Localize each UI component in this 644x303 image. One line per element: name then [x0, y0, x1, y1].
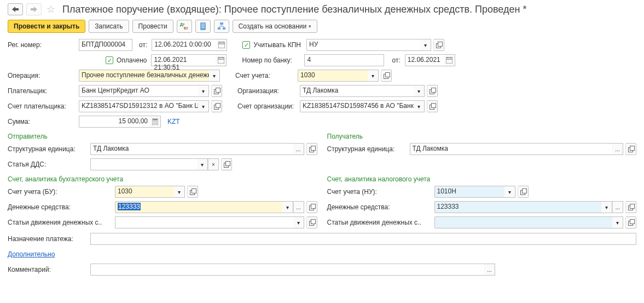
calendar-icon	[218, 42, 225, 48]
open-icon	[214, 104, 219, 109]
comment-field[interactable]	[90, 264, 484, 276]
kpn-dropdown[interactable]: ▾	[420, 39, 431, 51]
calendar-icon	[446, 57, 452, 64]
additional-link[interactable]: Дополнительно	[8, 250, 55, 258]
account-open[interactable]	[381, 70, 392, 82]
calendar-button-3[interactable]	[444, 54, 455, 66]
cash-nu-open[interactable]	[625, 201, 636, 213]
back-button[interactable]	[8, 3, 23, 15]
kpn-open[interactable]	[433, 39, 444, 51]
payer-account-dropdown[interactable]: ▾	[198, 100, 209, 112]
dds-clear[interactable]: ×	[208, 158, 219, 170]
dtkt-icon: ДтКт	[180, 22, 189, 30]
calc-button[interactable]	[150, 116, 161, 128]
payer-account-field[interactable]: KZ18385147SD15912312 в АО "Банк Центр	[79, 100, 198, 112]
account-field-main[interactable]: 1030	[298, 70, 368, 82]
cashflow-bu-open[interactable]	[306, 216, 317, 228]
sender-unit-field[interactable]: ТД Лакомка	[90, 143, 293, 155]
amount-label: Сумма:	[8, 118, 76, 125]
page-title: Платежное поручение (входящее): Прочее п…	[62, 4, 526, 15]
comment-select[interactable]: ...	[484, 264, 495, 276]
svg-rect-9	[218, 42, 225, 48]
star-icon[interactable]: ☆	[45, 3, 57, 15]
open-icon	[309, 220, 315, 225]
forward-button[interactable]	[26, 3, 42, 15]
dds-open[interactable]	[221, 158, 232, 170]
svg-rect-22	[153, 119, 158, 121]
payment-purpose-field[interactable]	[90, 233, 636, 245]
struct-unit-sender-label: Структурная единица:	[8, 145, 87, 153]
calendar-button-2[interactable]	[216, 54, 227, 66]
paid-date-field[interactable]: 12.06.2021 21:30:51	[151, 54, 216, 66]
payer-dropdown[interactable]: ▾	[198, 85, 209, 97]
payment-purpose-label: Назначение платежа:	[8, 235, 87, 243]
payer-account-open[interactable]	[211, 100, 222, 112]
dds-field[interactable]	[90, 158, 197, 170]
account-bu-dropdown[interactable]: ▾	[174, 186, 185, 198]
org-account-field[interactable]: KZ18385147SD15987456 в АО "Банк Ц	[300, 100, 414, 112]
svg-point-26	[153, 123, 154, 124]
open-icon	[190, 189, 195, 195]
cash-nu-select[interactable]: ...	[612, 201, 623, 213]
account-bu-open[interactable]	[187, 186, 198, 198]
cashflow-nu-open[interactable]	[625, 216, 636, 228]
arrow-right-icon	[31, 7, 37, 12]
reg-number-field[interactable]: БПТДП000004	[79, 39, 132, 51]
amount-field[interactable]: 15 000,00	[79, 116, 150, 128]
kpn-checkbox[interactable]: ✓	[242, 41, 250, 49]
save-button[interactable]: Записать	[89, 20, 129, 33]
cashflow-bu-field[interactable]	[115, 216, 293, 228]
report-button[interactable]	[195, 20, 211, 33]
reg-number-label: Рег. номер:	[8, 41, 76, 49]
org-account-dropdown[interactable]: ▾	[414, 100, 425, 112]
operation-dropdown[interactable]: ▾	[209, 70, 220, 82]
bank-number-field[interactable]: 4	[304, 54, 384, 66]
payer-open[interactable]	[211, 85, 222, 97]
cash-bu-dropdown[interactable]: ▾	[282, 201, 293, 213]
recipient-section-title: Получатель	[327, 129, 637, 141]
recipient-unit-select[interactable]: ...	[612, 143, 623, 155]
cashflow-bu-dropdown[interactable]: ▾	[293, 216, 304, 228]
account-nu-open[interactable]	[518, 186, 529, 198]
recipient-unit-open[interactable]	[625, 143, 636, 155]
dtkt-button[interactable]: ДтКт	[177, 20, 192, 33]
structure-button[interactable]	[214, 20, 229, 33]
paid-checkbox[interactable]: ✓	[106, 56, 113, 64]
open-icon	[628, 146, 634, 152]
org-open[interactable]	[427, 85, 438, 97]
currency-label[interactable]: KZT	[167, 118, 180, 125]
payer-label: Плательщик:	[8, 87, 76, 95]
payer-field[interactable]: Банк ЦентрКредит АО	[79, 85, 198, 97]
post-close-button[interactable]: Провести и закрыть	[8, 20, 85, 33]
org-dropdown[interactable]: ▾	[414, 85, 425, 97]
operation-field[interactable]: Прочее поступление безналичных денежны	[79, 70, 209, 82]
account-dropdown[interactable]: ▾	[368, 70, 379, 82]
cash-nu-field[interactable]: 123333	[434, 201, 602, 213]
account-nu-dropdown[interactable]: ▾	[504, 186, 515, 198]
cashflow-nu-field[interactable]	[434, 216, 613, 228]
recipient-unit-field[interactable]: ТД Лакомка	[410, 143, 613, 155]
post-button[interactable]: Провести	[132, 20, 173, 33]
bank-date-field[interactable]: 12.06.2021	[405, 54, 444, 66]
svg-text:Кт: Кт	[184, 26, 188, 30]
account-nu-field[interactable]: 1010Н	[434, 186, 504, 198]
kpn-type-field[interactable]: НУ	[306, 39, 420, 51]
svg-point-24	[155, 121, 156, 122]
bu-section-title: Счет, аналитика бухгалтерского учета	[8, 172, 317, 184]
account-bu-field[interactable]: 1030	[115, 186, 174, 198]
sender-unit-select[interactable]: ...	[293, 143, 304, 155]
sender-unit-open[interactable]	[306, 143, 317, 155]
date-field[interactable]: 12.06.2021 0:00:00	[152, 39, 216, 51]
svg-rect-6	[220, 22, 223, 25]
create-based-button[interactable]: Создать на основании ▾	[233, 20, 318, 33]
cash-nu-dropdown[interactable]: ▾	[601, 201, 612, 213]
calendar-button-1[interactable]	[216, 39, 227, 51]
dds-dropdown[interactable]: ▾	[197, 158, 208, 170]
org-field[interactable]: ТД Лакомка	[300, 85, 414, 97]
payer-account-label: Счет плательщика:	[8, 102, 76, 110]
org-account-open[interactable]	[427, 100, 438, 112]
cash-bu-field[interactable]: 123333	[118, 203, 141, 210]
cash-bu-select[interactable]: ...	[293, 201, 304, 213]
cash-bu-open[interactable]	[306, 201, 317, 213]
cashflow-nu-dropdown[interactable]: ▾	[612, 216, 623, 228]
